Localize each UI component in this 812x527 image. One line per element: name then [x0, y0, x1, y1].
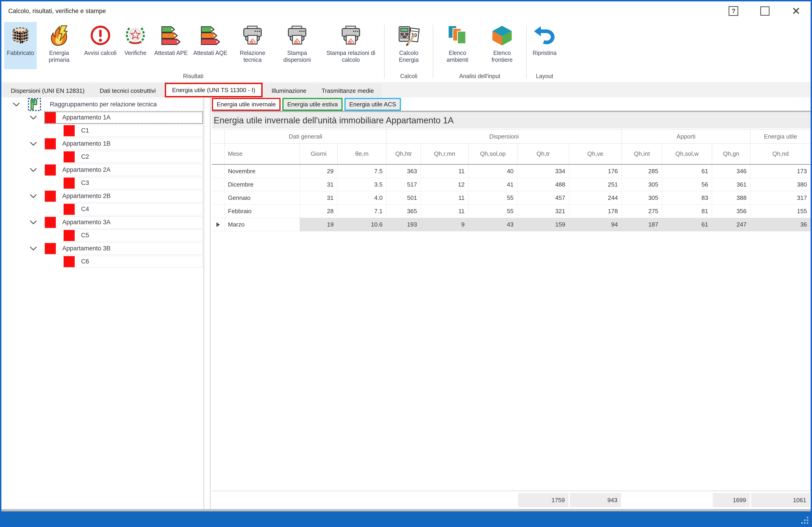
subtab-energia-utile-acs[interactable]: Energia utile ACS — [345, 98, 401, 111]
tab-dati-tecnici-costruttivi[interactable]: Dati tecnici costruttivi — [92, 84, 163, 98]
tree-item-c4[interactable]: C4 — [1, 203, 204, 216]
tree-root-row[interactable]: Raggruppamento per relazione tecnica — [1, 98, 204, 111]
tree-item-appartamento-3b[interactable]: Appartamento 3B — [1, 242, 204, 255]
window-title: Calcolo, risultati, verifiche e stampe — [8, 8, 106, 15]
table-row-marzo[interactable]: Marzo 19 10.6 193 9 43 159 94 187 61 247… — [212, 218, 811, 231]
chevron-down-icon[interactable] — [29, 139, 38, 149]
tab-illuminazione[interactable]: Illuminazione — [264, 84, 314, 98]
tree-item-c2[interactable]: C2 — [1, 150, 204, 163]
column-header-indicator — [212, 144, 225, 164]
table-row-febbraio[interactable]: Febbraio 28 7.1 365 11 55 321 178 275 81… — [212, 205, 811, 218]
toolbar-group-label-calcoli: Calcoli — [387, 69, 431, 82]
column-header-qh-rmn[interactable]: Qh,r,mn — [421, 144, 468, 164]
toolbar-button-relazione-tecnica[interactable]: Relazione tecnica — [230, 22, 275, 69]
column-header-qh-ve[interactable]: Qh,ve — [569, 144, 622, 164]
tree-item-c5[interactable]: C5 — [1, 229, 204, 242]
toolbar-button-elenco-ambienti[interactable]: Elenco ambienti — [435, 22, 480, 69]
warning-icon — [89, 24, 112, 46]
printer-icon — [242, 24, 263, 46]
chevron-down-icon[interactable] — [12, 100, 21, 109]
table-row-dicembre[interactable]: Dicembre 31 3.5 517 12 41 488 251 305 56… — [212, 178, 811, 191]
tab-dispersioni[interactable]: Dispersioni (UNI EN 12831) — [4, 84, 92, 98]
undo-icon — [534, 24, 555, 46]
row-indicator-cell — [212, 205, 225, 218]
tree-item-c6[interactable]: C6 — [1, 255, 204, 268]
results-panel: Energia utile invernale Energia utile es… — [210, 98, 811, 509]
band-header-dati-generali[interactable]: Dati generali — [225, 130, 387, 143]
results-grid: Dati generali Dispersioni Apporti Energi… — [212, 128, 811, 509]
chevron-down-icon[interactable] — [29, 244, 38, 253]
tree-item-appartamento-1b[interactable]: Appartamento 1B — [1, 137, 204, 150]
column-header-qh-nd[interactable]: Qh,nd — [751, 144, 811, 164]
tab-energia-utile[interactable]: Energia utile (UNI TS 11300 - I) — [165, 83, 263, 98]
close-button[interactable]: ✕ — [792, 6, 800, 16]
column-header-qh-sol-op[interactable]: Qh,sol,op — [468, 144, 518, 164]
column-header-qh-sol-w[interactable]: Qh,sol,w — [662, 144, 712, 164]
calculator-icon — [398, 24, 420, 46]
application-window: Calcolo, risultati, verifiche e stampe ?… — [0, 0, 812, 527]
tab-trasmittanze-medie[interactable]: Trasmittanze medie — [315, 84, 381, 98]
toolbar-separator — [384, 25, 385, 78]
current-row-arrow-icon — [216, 222, 220, 227]
toolbar-button-fabbricato[interactable]: Fabbricato — [4, 22, 37, 69]
band-header-apporti[interactable]: Apporti — [622, 130, 751, 143]
chevron-down-icon[interactable] — [29, 165, 38, 175]
toolbar-separator — [526, 25, 527, 78]
toolbar-group-calcoli: Calcolo Energia Calcoli — [387, 22, 431, 82]
tree-item-c1[interactable]: C1 — [1, 124, 204, 137]
help-button[interactable]: ? — [729, 6, 738, 16]
tree-item-c3[interactable]: C3 — [1, 176, 204, 190]
toolbar-button-calcolo-energia[interactable]: Calcolo Energia — [387, 22, 431, 69]
chevron-down-icon[interactable] — [29, 113, 38, 122]
band-header-energia-utile[interactable]: Energia utile — [751, 130, 811, 143]
toolbar-separator — [433, 25, 433, 78]
toolbar-button-energia-primaria[interactable]: Energia primaria — [37, 22, 81, 69]
color-swatch — [45, 112, 56, 123]
toolbar-button-verifiche[interactable]: Verifiche — [119, 22, 151, 69]
toolbar-button-ripristina[interactable]: Ripristina — [528, 22, 561, 69]
subtab-energia-utile-estiva[interactable]: Energia utile estiva — [282, 98, 343, 111]
subtab-energia-utile-invernale[interactable]: Energia utile invernale — [212, 98, 280, 111]
chevron-down-icon[interactable] — [29, 218, 38, 227]
column-header-qh-gn[interactable]: Qh,gn — [712, 144, 751, 164]
chevron-down-icon[interactable] — [29, 191, 38, 201]
table-row-novembre[interactable]: Novembre 29 7.5 363 11 40 334 176 285 61… — [212, 165, 811, 178]
color-swatch — [64, 204, 75, 215]
toolbar-button-elenco-frontiere[interactable]: Elenco frontiere — [480, 22, 524, 69]
table-row-gennaio[interactable]: Gennaio 31 4.0 501 11 55 457 244 305 83 … — [212, 191, 811, 205]
column-header-qh-htr[interactable]: Qh,htr — [387, 144, 421, 164]
band-header-dispersioni[interactable]: Dispersioni — [387, 130, 622, 143]
column-header-qh-tr[interactable]: Qh,tr — [518, 144, 569, 164]
toolbar-button-avvisi-calcoli[interactable]: Avvisi calcoli — [81, 22, 119, 69]
total-qh-gn: 1699 — [713, 493, 750, 507]
toolbar-group-analisi-input: Elenco ambienti Elenco frontiere Analisi… — [435, 22, 524, 82]
color-swatch — [45, 243, 56, 254]
toolbar-button-stampa-dispersioni[interactable]: Stampa dispersioni — [275, 22, 319, 69]
tree-item-appartamento-1a[interactable]: Appartamento 1A — [1, 111, 204, 124]
column-header-mese[interactable]: Mese — [225, 144, 300, 164]
grid-band-header-row: Dati generali Dispersioni Apporti Energi… — [212, 129, 811, 144]
column-header-giorni[interactable]: Giorni — [300, 144, 337, 164]
tree-root-label: Raggruppamento per relazione tecnica — [50, 101, 157, 108]
toolbar-button-attestati-ape[interactable]: Attestati APE — [151, 22, 190, 69]
toolbar-group-risultati: Fabbricato Energia primaria Avvisi calco… — [4, 22, 382, 82]
ribbon-toolbar: Fabbricato Energia primaria Avvisi calco… — [1, 21, 811, 82]
resize-grip-icon[interactable] — [800, 516, 808, 524]
tree-item-appartamento-2a[interactable]: Appartamento 2A — [1, 163, 204, 176]
total-qh-tr: 1759 — [518, 493, 568, 507]
color-swatch — [64, 125, 75, 136]
row-indicator-cell — [212, 191, 225, 205]
column-header-qh-int[interactable]: Qh,int — [622, 144, 662, 164]
color-swatch — [45, 191, 56, 202]
tree-item-appartamento-3a[interactable]: Appartamento 3A — [1, 216, 204, 229]
tree-item-appartamento-2b[interactable]: Appartamento 2B — [1, 190, 204, 203]
toolbar-button-stampa-relazioni-di-calcolo[interactable]: Stampa relazioni di calcolo — [319, 22, 382, 69]
main-tab-strip: Dispersioni (UNI EN 12831) Dati tecnici … — [1, 82, 811, 98]
energy-labels-icon — [200, 24, 221, 46]
column-header-theta-em[interactable]: θe,m — [337, 144, 387, 164]
toolbar-button-attestati-aqe[interactable]: Attestati AQE — [190, 22, 230, 69]
flame-icon — [48, 24, 70, 46]
maximize-button[interactable] — [760, 6, 769, 16]
toolbar-group-label-risultati: Risultati — [4, 69, 382, 82]
band-header-empty — [212, 130, 225, 143]
